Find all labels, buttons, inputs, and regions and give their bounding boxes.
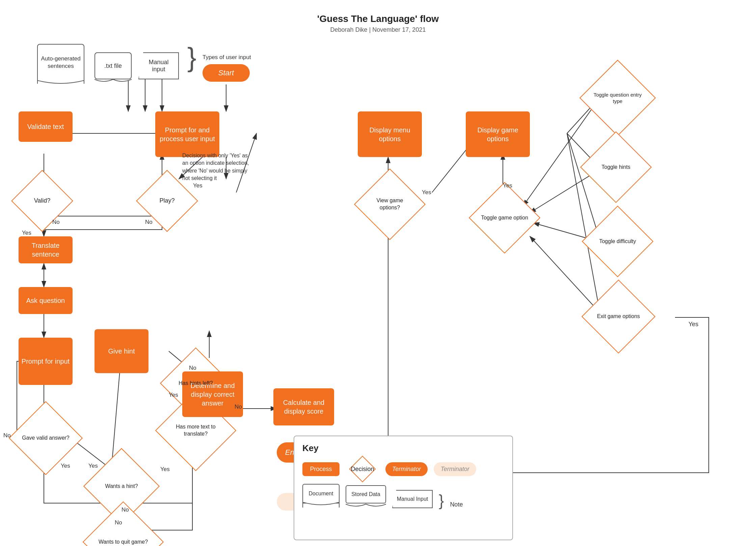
label-yes-valid: Yes [22, 230, 31, 236]
subtitle: Deborah Dike | November 17, 2021 [0, 26, 756, 33]
toggle-game-label: Toggle game option [480, 213, 530, 223]
toggle-hints-label: Toggle hints [600, 162, 631, 172]
title-area: 'Guess The Language' flow Deborah Dike |… [0, 0, 756, 33]
view-game-options: View game options? [364, 179, 415, 230]
txt-file: .txt file [94, 52, 132, 79]
label-yes-exit: Yes [688, 321, 698, 328]
toggle-difficulty-label: Toggle difficulty [598, 237, 637, 246]
label-yes-has-more: Yes [160, 466, 170, 473]
brace-types: } [187, 44, 196, 71]
wants-hint-label: Wants a hint? [104, 482, 139, 491]
label-yes-has-hints: Yes [169, 392, 178, 398]
key-decision-label: Decision [351, 466, 374, 473]
label-yes-play: Yes [193, 182, 202, 189]
display-game: Display game options [466, 111, 530, 157]
gave-valid-label: Gave valid answer? [21, 433, 71, 443]
toggle-entry-type: Toggle question entry type [591, 71, 645, 125]
label-no-play: No [145, 219, 153, 226]
give-hint: Give hint [94, 329, 148, 373]
key-process: Process [302, 462, 340, 476]
key-manual: Manual Input [392, 490, 433, 508]
toggle-hints: Toggle hints [591, 142, 641, 192]
label-no-wants-quit: No [115, 519, 122, 526]
key-document: Document [302, 484, 340, 503]
key-note-label: Note [450, 501, 463, 508]
main-title: 'Guess The Language' flow [0, 14, 756, 24]
wants-quit-label: Wants to quit game? [97, 537, 149, 546]
key-row-2: Document Stored Data [302, 484, 504, 508]
prompt-process: Prompt for and process user input [155, 111, 219, 157]
key-box: Key Process Decision Terminator Terminat… [294, 436, 513, 540]
ask-question: Ask question [19, 287, 73, 314]
stored-wave [94, 79, 132, 84]
label-yes-view: Yes [422, 189, 431, 196]
view-game-label: View game options? [364, 196, 415, 213]
key-terminator-filled: Terminator [385, 462, 428, 476]
toggle-entry-label: Toggle question entry type [591, 90, 645, 106]
label-yes-wants-hint: Yes [88, 463, 98, 469]
key-stored: Stored Data [346, 485, 386, 503]
key-title: Key [302, 443, 504, 453]
label-no-wants-hint: No [122, 506, 129, 513]
label-yes-gave-valid: Yes [61, 463, 70, 469]
doc-right-1 [84, 80, 84, 84]
play-decision: Play? [145, 179, 189, 223]
diagram-container: 'Guess The Language' flow Deborah Dike |… [0, 0, 756, 546]
svg-line-29 [523, 96, 601, 206]
prompt-input: Prompt for input [19, 338, 73, 385]
display-menu: Display menu options [358, 111, 422, 157]
label-yes-toggle: Yes [503, 182, 512, 189]
validate-text: Validate text [19, 111, 73, 142]
valid-decision: Valid? [20, 179, 64, 223]
play-label: Play? [158, 196, 176, 206]
has-hints-label: Has hints left? [177, 379, 214, 388]
doc-bottom-1 [37, 80, 84, 86]
has-more-text-label: Has more text to translate? [167, 422, 224, 439]
label-no-valid: No [52, 219, 60, 226]
key-decision-wrap: Decision [346, 459, 379, 479]
key-doc-wrap: Document [302, 484, 340, 508]
key-row-1: Process Decision Terminator Terminator [302, 459, 504, 479]
start-label: Start [218, 69, 234, 77]
translate-sentence: Translate sentence [19, 236, 73, 263]
key-terminator-light: Terminator [434, 462, 476, 476]
auto-generated-doc: Auto-generated sentences [37, 44, 84, 81]
valid-label: Valid? [33, 196, 52, 206]
key-stored-wrap: Stored Data [346, 485, 386, 508]
label-no-has-more: No [235, 404, 242, 410]
start-terminator: Start [202, 64, 250, 82]
wants-quit: Wants to quit game? [94, 513, 152, 546]
doc-left-1 [37, 80, 38, 84]
toggle-difficulty: Toggle difficulty [592, 216, 643, 267]
gave-valid: Gave valid answer? [20, 412, 72, 464]
manual-input-shape: Manual input [138, 52, 179, 79]
calculate-score: Calculate and display score [273, 388, 334, 425]
decisions-note: Decisions with only 'Yes' as an option i… [182, 152, 250, 182]
key-doc-wave [302, 502, 340, 508]
toggle-game-option: Toggle game option [479, 192, 530, 243]
label-no-has-hints: No [189, 365, 196, 371]
key-note-brace: } [439, 493, 444, 508]
exit-game-label: Exit game options [596, 312, 641, 321]
key-stored-wave [346, 503, 386, 510]
types-label: Types of user input [202, 53, 251, 61]
exit-game-options: Exit game options [592, 290, 645, 343]
label-no-gave-valid: No [3, 432, 11, 439]
